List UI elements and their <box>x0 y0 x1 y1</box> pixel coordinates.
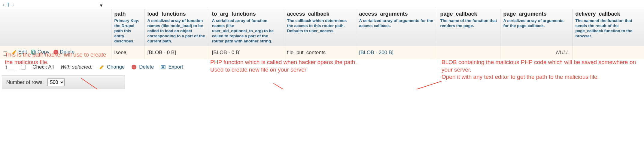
svg-rect-1 <box>32 51 35 54</box>
delete-icon <box>131 64 137 70</box>
col-access-arguments[interactable]: access_argumentsA serialized array of ar… <box>356 9 437 46</box>
col-path[interactable]: pathPrimary Key: the Drupal path this en… <box>111 9 144 46</box>
svg-line-6 <box>395 81 442 89</box>
col-delivery-callback[interactable]: delivery_callbackThe name of the functio… <box>572 9 644 46</box>
cell-access-callback[interactable]: file_put_contents <box>284 46 356 59</box>
blob-link[interactable]: [BLOB - 200 B] <box>359 50 393 55</box>
svg-rect-8 <box>133 67 135 67</box>
cell-to-arg-functions[interactable]: [BLOB - 0 B] <box>209 46 284 59</box>
arrow-icon <box>270 82 300 89</box>
export-button[interactable]: Export <box>160 64 183 70</box>
rows-label: Number of rows: <box>6 79 44 85</box>
actions-header <box>0 9 111 46</box>
rows-select[interactable]: 500 <box>47 78 65 86</box>
col-access-callback[interactable]: access_callbackThe callback which determ… <box>284 9 356 46</box>
cell-page-arguments[interactable]: NULL <box>500 46 572 59</box>
row-actions: Edit Copy Delete <box>0 46 111 59</box>
svg-rect-3 <box>55 52 57 52</box>
delete-icon <box>53 49 59 55</box>
sort-indicator-icon[interactable]: ▼ <box>99 3 103 8</box>
cell-access-arguments[interactable]: [BLOB - 200 B] <box>356 46 437 59</box>
change-button[interactable]: Change <box>99 64 125 70</box>
cell-path[interactable]: lseeaj <box>111 46 144 59</box>
with-selected-label: With selected: <box>60 64 93 70</box>
row-checkbox[interactable] <box>3 51 7 56</box>
copy-button[interactable]: Copy <box>31 49 50 55</box>
col-page-arguments[interactable]: page_argumentsA serialized array of argu… <box>500 9 572 46</box>
check-all-label: Check All <box>32 64 54 70</box>
svg-rect-0 <box>32 50 34 54</box>
arrow-icon <box>390 80 445 89</box>
copy-icon <box>31 49 36 55</box>
table-row: Edit Copy Delete lseeaj [BLOB - 0 B] [BL… <box>0 46 644 59</box>
edit-button[interactable]: Edit <box>12 49 27 55</box>
delete-button[interactable]: Delete <box>53 49 74 55</box>
rows-control: Number of rows: 500 <box>2 75 125 89</box>
browse-icon[interactable]: ←T→ <box>2 2 14 8</box>
col-to-arg-functions[interactable]: to_arg_functionsA serialized array of fu… <box>209 9 284 46</box>
cell-page-callback[interactable] <box>437 46 500 59</box>
results-table: pathPrimary Key: the Drupal path this en… <box>0 9 644 59</box>
svg-rect-9 <box>161 65 166 69</box>
cell-delivery-callback[interactable] <box>572 46 644 59</box>
bulk-actions-bar: ↑__ Check All With selected: Change Dele… <box>0 59 644 73</box>
col-page-callback[interactable]: page_callbackThe name of the function th… <box>437 9 500 46</box>
svg-line-5 <box>273 83 296 89</box>
bulk-delete-button[interactable]: Delete <box>131 64 154 70</box>
col-load-functions[interactable]: load_functionsA serialized array of func… <box>144 9 209 46</box>
cell-load-functions[interactable]: [BLOB - 0 B] <box>144 46 209 59</box>
check-all-checkbox[interactable] <box>21 65 26 69</box>
export-icon <box>160 64 166 70</box>
select-arrow-icon: ↑__ <box>5 63 14 70</box>
pencil-icon <box>12 49 17 55</box>
pencil-icon <box>99 64 105 70</box>
